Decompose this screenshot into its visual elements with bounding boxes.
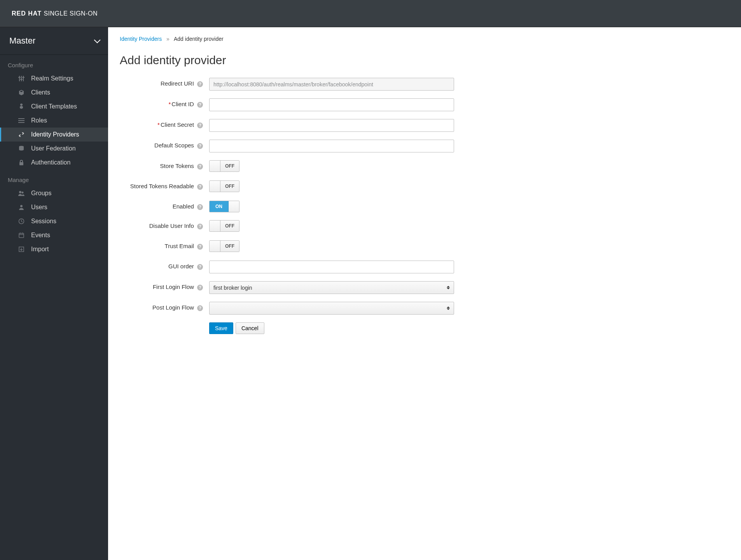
- stored-tokens-readable-toggle[interactable]: OFF: [209, 180, 239, 192]
- stored-tokens-readable-label: Stored Tokens Readable ?: [120, 180, 209, 190]
- database-icon: [18, 145, 25, 152]
- help-icon[interactable]: ?: [197, 264, 203, 270]
- cancel-button[interactable]: Cancel: [236, 322, 264, 334]
- sidebar-item-label: User Federation: [31, 145, 76, 152]
- sidebar-item-label: Events: [31, 232, 50, 239]
- sidebar-item-authentication[interactable]: Authentication: [0, 156, 108, 170]
- cubes-icon: [18, 103, 25, 110]
- chevron-down-icon: [94, 37, 101, 43]
- first-login-flow-select[interactable]: first broker login: [209, 281, 454, 294]
- help-icon[interactable]: ?: [197, 305, 203, 311]
- toggle-knob: [210, 220, 220, 231]
- help-icon[interactable]: ?: [197, 184, 203, 190]
- help-icon[interactable]: ?: [197, 122, 203, 128]
- select-value: first broker login: [213, 285, 252, 291]
- breadcrumb-current: Add identity provider: [174, 36, 224, 42]
- post-login-flow-select[interactable]: [209, 302, 454, 315]
- svg-point-11: [19, 191, 21, 193]
- sidebar-item-label: Groups: [31, 190, 51, 197]
- sidebar-item-roles[interactable]: Roles: [0, 114, 108, 128]
- help-icon[interactable]: ?: [197, 81, 203, 87]
- sidebar: Master Configure Realm Settings Clients …: [0, 27, 108, 560]
- users-icon: [18, 190, 25, 196]
- sidebar-item-groups[interactable]: Groups: [0, 186, 108, 200]
- sidebar-item-label: Client Templates: [31, 103, 77, 110]
- svg-rect-4: [20, 79, 23, 80]
- default-scopes-input[interactable]: [209, 140, 454, 152]
- store-tokens-label: Store Tokens ?: [120, 160, 209, 170]
- help-icon[interactable]: ?: [197, 285, 203, 290]
- toggle-off-label: OFF: [220, 241, 239, 252]
- save-button[interactable]: Save: [209, 322, 233, 334]
- svg-rect-3: [18, 77, 21, 78]
- calendar-icon: [18, 232, 25, 238]
- realm-selector[interactable]: Master: [0, 27, 108, 55]
- user-icon: [18, 204, 25, 210]
- trust-email-label: Trust Email ?: [120, 240, 209, 250]
- toggle-knob: [210, 161, 220, 172]
- svg-rect-0: [19, 76, 20, 81]
- store-tokens-toggle[interactable]: OFF: [209, 160, 239, 172]
- trust-email-toggle[interactable]: OFF: [209, 240, 239, 252]
- sidebar-item-users[interactable]: Users: [0, 200, 108, 214]
- select-arrows-icon: [447, 286, 450, 289]
- svg-rect-8: [18, 122, 24, 123]
- select-arrows-icon: [447, 306, 450, 310]
- disable-user-info-label: Disable User Info ?: [120, 220, 209, 229]
- sidebar-item-user-federation[interactable]: User Federation: [0, 142, 108, 156]
- sidebar-item-sessions[interactable]: Sessions: [0, 214, 108, 228]
- section-manage-header: Manage: [0, 170, 108, 186]
- svg-rect-1: [21, 76, 22, 81]
- sidebar-item-label: Realm Settings: [31, 75, 73, 82]
- help-icon[interactable]: ?: [197, 244, 203, 250]
- sidebar-item-label: Sessions: [31, 218, 56, 225]
- disable-user-info-toggle[interactable]: OFF: [209, 220, 239, 232]
- toggle-knob: [228, 201, 239, 212]
- svg-point-13: [20, 205, 23, 207]
- list-icon: [18, 117, 25, 124]
- client-id-label: *Client ID ?: [120, 98, 209, 108]
- breadcrumb-link[interactable]: Identity Providers: [120, 36, 162, 42]
- sidebar-item-realm-settings[interactable]: Realm Settings: [0, 72, 108, 86]
- realm-name: Master: [9, 36, 35, 46]
- page-title: Add identity provider: [120, 54, 454, 67]
- svg-rect-10: [19, 162, 23, 165]
- sidebar-item-identity-providers[interactable]: Identity Providers: [0, 128, 108, 142]
- client-secret-input[interactable]: [209, 119, 454, 132]
- help-icon[interactable]: ?: [197, 224, 203, 229]
- client-secret-label: *Client Secret ?: [120, 119, 209, 128]
- toggle-knob: [210, 241, 220, 252]
- gui-order-input[interactable]: [209, 261, 454, 273]
- main-content: Identity Providers » Add identity provid…: [108, 27, 466, 560]
- enabled-toggle[interactable]: ON: [209, 201, 239, 212]
- sidebar-item-label: Authentication: [31, 159, 70, 166]
- brand-thin: SINGLE SIGN-ON: [44, 10, 98, 17]
- import-icon: [18, 246, 25, 252]
- sidebar-item-events[interactable]: Events: [0, 228, 108, 242]
- sidebar-item-label: Users: [31, 204, 47, 211]
- cube-icon: [18, 89, 25, 96]
- help-icon[interactable]: ?: [197, 204, 203, 210]
- lock-icon: [18, 159, 25, 166]
- svg-rect-7: [18, 120, 24, 121]
- help-icon[interactable]: ?: [197, 164, 203, 170]
- sidebar-item-import[interactable]: Import: [0, 242, 108, 256]
- client-id-input[interactable]: [209, 98, 454, 111]
- breadcrumb-separator: »: [166, 36, 170, 42]
- help-icon[interactable]: ?: [197, 143, 203, 149]
- toggle-off-label: OFF: [220, 181, 239, 192]
- redirect-uri-input[interactable]: http://localhost:8080/auth/realms/master…: [209, 78, 454, 91]
- help-icon[interactable]: ?: [197, 102, 203, 108]
- toggle-off-label: OFF: [220, 161, 239, 172]
- exchange-icon: [18, 131, 25, 138]
- app-header: RED HAT SINGLE SIGN-ON: [0, 0, 741, 27]
- sidebar-item-clients[interactable]: Clients: [0, 86, 108, 100]
- breadcrumb: Identity Providers » Add identity provid…: [120, 36, 454, 42]
- sidebar-item-client-templates[interactable]: Client Templates: [0, 100, 108, 114]
- toggle-on-label: ON: [210, 201, 228, 212]
- brand-bold: RED HAT: [12, 10, 42, 17]
- section-configure-header: Configure: [0, 55, 108, 72]
- enabled-label: Enabled ?: [120, 201, 209, 210]
- svg-point-12: [22, 192, 24, 194]
- brand-logo: RED HAT SINGLE SIGN-ON: [12, 10, 98, 17]
